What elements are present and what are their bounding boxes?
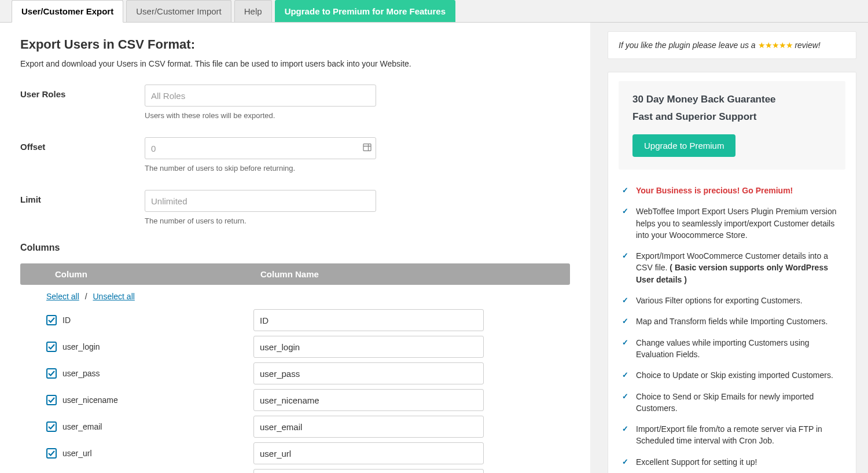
sidebar: If you like the plugin please leave us a… [608, 23, 868, 473]
feature-item: WebToffee Import Export Users Plugin Pre… [622, 206, 842, 241]
select-links: Select all / Unselect all [46, 292, 570, 301]
column-label: user_nicename [62, 395, 253, 405]
feature-item: Your Business is precious! Go Premium! [622, 185, 842, 196]
feature-item: Export/Import WooCommerce Customer detai… [622, 250, 842, 285]
header-column: Column [20, 263, 231, 285]
feature-item: Import/Export file from/to a remote serv… [622, 423, 842, 447]
tab-export[interactable]: User/Customer Export [12, 0, 123, 23]
upgrade-to-premium-button[interactable]: Upgrade to Premium [632, 134, 735, 157]
column-label: user_login [62, 342, 253, 351]
column-checkbox[interactable] [46, 421, 57, 432]
feature-list: Your Business is precious! Go Premium!We… [619, 185, 845, 473]
helper-user-roles: Users with these roles will be exported. [145, 111, 570, 120]
review-box: If you like the plugin please leave us a… [608, 31, 856, 59]
column-name-input[interactable] [253, 362, 484, 384]
column-name-input[interactable] [253, 416, 484, 438]
tab-bar: User/Customer Export User/Customer Impor… [0, 0, 868, 23]
tab-help[interactable]: Help [234, 0, 272, 22]
header-column-name: Column Name [231, 263, 570, 285]
label-limit: Limit [20, 190, 145, 204]
helper-limit: The number of users to return. [145, 217, 570, 225]
column-row: ID [20, 309, 570, 331]
unselect-all-link[interactable]: Unselect all [93, 292, 134, 301]
separator: / [85, 292, 87, 301]
column-label: user_url [62, 449, 253, 458]
tab-import[interactable]: User/Customer Import [126, 0, 231, 22]
main-panel: Export Users in CSV Format: Export and d… [0, 23, 590, 473]
tab-upgrade-premium[interactable]: Upgrade to Premium for More Features [275, 0, 455, 22]
guarantee-line-2: Fast and Superior Support [632, 111, 832, 123]
page-description: Export and download your Users in CSV fo… [20, 59, 570, 68]
column-row: user_registered [20, 469, 570, 473]
column-checkbox[interactable] [46, 368, 57, 379]
user-roles-input[interactable] [145, 85, 376, 107]
premium-promo-box: 30 Day Money Back Guarantee Fast and Sup… [608, 72, 856, 473]
feature-item: Map and Transform fields while Importing… [622, 316, 842, 327]
column-name-input[interactable] [253, 336, 484, 358]
feature-item: Choice to Send or Skip Emails for newly … [622, 391, 842, 415]
columns-heading: Columns [20, 243, 570, 253]
review-text: If you like the plugin please leave us a… [619, 41, 821, 50]
column-label: user_pass [62, 369, 253, 378]
column-name-input[interactable] [253, 442, 484, 464]
column-row: user_pass [20, 362, 570, 384]
feature-item: Excellent Support for setting it up! [622, 456, 842, 468]
column-checkbox[interactable] [46, 342, 57, 352]
page-title: Export Users in CSV Format: [20, 37, 570, 52]
label-user-roles: User Roles [20, 85, 145, 99]
column-label: ID [62, 316, 253, 325]
column-checkbox[interactable] [46, 315, 57, 325]
column-row: user_email [20, 416, 570, 438]
column-row: user_nicename [20, 389, 570, 411]
column-name-input[interactable] [253, 309, 484, 331]
row-limit: Limit The number of users to return. [20, 190, 570, 225]
feature-item: Various Filter options for exporting Cus… [622, 295, 842, 306]
feature-item: Change values while importing Customers … [622, 337, 842, 361]
column-label: user_email [62, 422, 253, 431]
guarantee-line-1: 30 Day Money Back Guarantee [632, 94, 832, 105]
column-name-input[interactable] [253, 469, 484, 473]
helper-offset: The number of users to skip before retur… [145, 164, 570, 173]
feature-item: Choice to Update or Skip existing import… [622, 369, 842, 381]
stars-icon[interactable]: ★★★★★ [758, 41, 793, 50]
column-checkbox[interactable] [46, 395, 57, 405]
columns-table-header: Column Column Name [20, 263, 570, 285]
guarantee-box: 30 Day Money Back Guarantee Fast and Sup… [619, 81, 845, 170]
label-offset: Offset [20, 137, 145, 152]
column-row: user_url [20, 442, 570, 464]
column-row: user_login [20, 336, 570, 358]
column-checkbox[interactable] [46, 448, 57, 459]
offset-input[interactable] [145, 137, 376, 159]
row-user-roles: User Roles Users with these roles will b… [20, 85, 570, 120]
limit-input[interactable] [145, 190, 376, 212]
select-all-link[interactable]: Select all [46, 292, 79, 301]
row-offset: Offset The number of users to skip befor… [20, 137, 570, 173]
column-name-input[interactable] [253, 389, 484, 411]
